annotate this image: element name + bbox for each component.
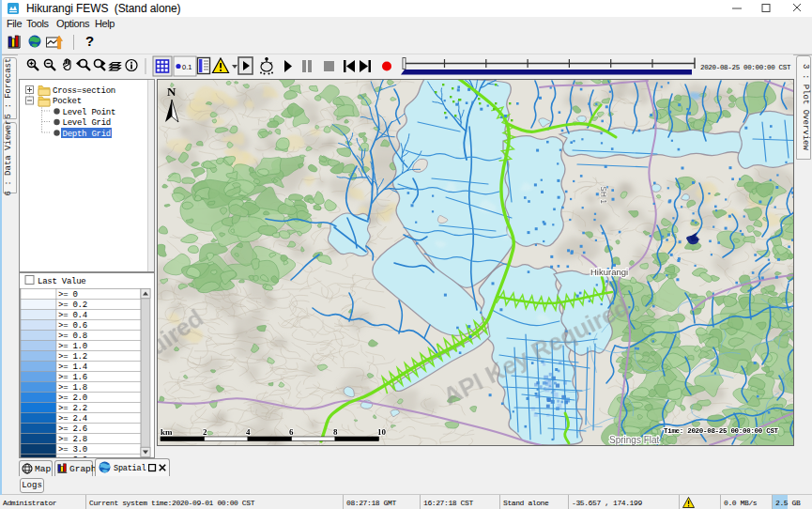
svg-text:>= 2.4: >= 2.4 [58,414,87,424]
svg-text:>= 1.8: >= 1.8 [58,383,87,393]
svg-text:SH 1: SH 1 [599,186,608,204]
svg-text:0.1: 0.1 [182,63,192,71]
svg-text:2: 2 [203,427,207,437]
svg-text:Level Point: Level Point [63,108,116,117]
svg-text:>= 0: >= 0 [58,290,78,300]
svg-text:>= 3.2: >= 3.2 [58,455,87,457]
svg-text:>= 0.4: >= 0.4 [58,311,87,320]
svg-text:Level Grid: Level Grid [63,118,112,128]
svg-text:>= 3.0: >= 3.0 [58,445,87,455]
svg-text:Springs Flat: Springs Flat [609,435,660,445]
svg-text:6: 6 [289,427,294,437]
svg-text:Time: 2020-08-25 00:00:00 CST: Time: 2020-08-25 00:00:00 CST [664,427,779,435]
svg-text:>= 0.6: >= 0.6 [58,321,87,331]
svg-text:10: 10 [377,427,387,437]
svg-text:Cross=section: Cross=section [53,86,115,96]
svg-text:Hikurangi: Hikurangi [590,267,628,277]
svg-text:>= 2.8: >= 2.8 [58,435,87,444]
svg-text:>= 1.0: >= 1.0 [58,342,87,351]
svg-text:km: km [161,427,173,437]
svg-text:>= 0.2: >= 0.2 [58,301,87,310]
svg-text:>= 2.0: >= 2.0 [58,393,87,403]
svg-text:Pocket: Pocket [53,97,82,106]
svg-text:>= 1.2: >= 1.2 [58,352,87,362]
svg-text:>= 2.6: >= 2.6 [58,424,87,434]
svg-text:8: 8 [333,427,338,437]
svg-text:>= 1.4: >= 1.4 [58,362,87,372]
svg-text:4: 4 [246,427,251,437]
svg-text:>= 2.2: >= 2.2 [58,404,87,413]
svg-text:Depth Grid: Depth Grid [63,130,112,139]
svg-text:2020-08-25 00:00:00 CST: 2020-08-25 00:00:00 CST [700,64,791,71]
svg-text:Last Value: Last Value [38,277,86,286]
svg-text:>= 1.6: >= 1.6 [58,373,87,382]
svg-text:>= 0.8: >= 0.8 [58,332,87,341]
svg-text:N: N [167,85,176,99]
